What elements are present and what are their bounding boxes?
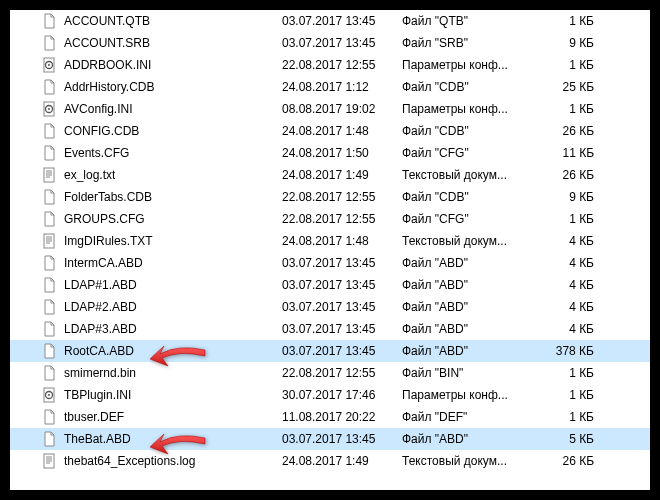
file-name-cell[interactable]: TBPlugin.INI [42, 387, 282, 403]
file-name-cell[interactable]: LDAP#1.ABD [42, 277, 282, 293]
file-name-label: AVConfig.INI [64, 102, 132, 116]
file-name-label: LDAP#2.ABD [64, 300, 137, 314]
table-row[interactable]: CONFIG.CDB24.08.2017 1:48Файл "CDB"26 КБ [10, 120, 650, 142]
file-name-cell[interactable]: ImgDIRules.TXT [42, 233, 282, 249]
table-row[interactable]: IntermCA.ABD03.07.2017 13:45Файл "ABD"4 … [10, 252, 650, 274]
table-row[interactable]: LDAP#2.ABD03.07.2017 13:45Файл "ABD"4 КБ [10, 296, 650, 318]
file-name-cell[interactable]: ACCOUNT.QTB [42, 13, 282, 29]
table-row[interactable]: ex_log.txt24.08.2017 1:49Текстовый докум… [10, 164, 650, 186]
file-size-cell: 26 КБ [542, 168, 602, 182]
file-name-label: ADDRBOOK.INI [64, 58, 151, 72]
file-name-cell[interactable]: TheBat.ABD [42, 431, 282, 447]
file-name-cell[interactable]: smimernd.bin [42, 365, 282, 381]
file-name-label: Events.CFG [64, 146, 129, 160]
table-row[interactable]: Events.CFG24.08.2017 1:50Файл "CFG"11 КБ [10, 142, 650, 164]
file-date-cell: 03.07.2017 13:45 [282, 256, 402, 270]
file-date-cell: 30.07.2017 17:46 [282, 388, 402, 402]
file-name-label: LDAP#3.ABD [64, 322, 137, 336]
file-date-cell: 03.07.2017 13:45 [282, 36, 402, 50]
table-row[interactable]: thebat64_Exceptions.log24.08.2017 1:49Те… [10, 450, 650, 472]
file-size-cell: 5 КБ [542, 432, 602, 446]
file-name-cell[interactable]: FolderTabs.CDB [42, 189, 282, 205]
file-name-cell[interactable]: IntermCA.ABD [42, 255, 282, 271]
table-row[interactable]: FolderTabs.CDB22.08.2017 12:55Файл "CDB"… [10, 186, 650, 208]
file-name-cell[interactable]: ACCOUNT.SRB [42, 35, 282, 51]
file-type-cell: Параметры конф... [402, 102, 542, 116]
file-name-label: ACCOUNT.QTB [64, 14, 150, 28]
file-icon [42, 35, 58, 51]
file-date-cell: 24.08.2017 1:50 [282, 146, 402, 160]
ini-icon [42, 57, 58, 73]
file-type-cell: Файл "QTB" [402, 14, 542, 28]
file-size-cell: 4 КБ [542, 256, 602, 270]
table-row[interactable]: LDAP#1.ABD03.07.2017 13:45Файл "ABD"4 КБ [10, 274, 650, 296]
file-size-cell: 4 КБ [542, 234, 602, 248]
file-name-cell[interactable]: thebat64_Exceptions.log [42, 453, 282, 469]
file-name-cell[interactable]: RootCA.ABD [42, 343, 282, 359]
file-size-cell: 1 КБ [542, 212, 602, 226]
file-date-cell: 22.08.2017 12:55 [282, 190, 402, 204]
table-row[interactable]: RootCA.ABD03.07.2017 13:45Файл "ABD"378 … [10, 340, 650, 362]
txt-icon [42, 233, 58, 249]
table-row[interactable]: smimernd.bin22.08.2017 12:55Файл "BIN"1 … [10, 362, 650, 384]
file-type-cell: Параметры конф... [402, 388, 542, 402]
file-size-cell: 1 КБ [542, 366, 602, 380]
file-date-cell: 03.07.2017 13:45 [282, 300, 402, 314]
svg-point-2 [48, 64, 50, 66]
table-row[interactable]: AddrHistory.CDB24.08.2017 1:12Файл "CDB"… [10, 76, 650, 98]
file-type-cell: Файл "CDB" [402, 124, 542, 138]
file-name-cell[interactable]: GROUPS.CFG [42, 211, 282, 227]
file-type-cell: Текстовый докум... [402, 454, 542, 468]
file-date-cell: 24.08.2017 1:48 [282, 234, 402, 248]
file-size-cell: 11 КБ [542, 146, 602, 160]
table-row[interactable]: ACCOUNT.QTB03.07.2017 13:45Файл "QTB"1 К… [10, 10, 650, 32]
file-name-cell[interactable]: Events.CFG [42, 145, 282, 161]
table-row[interactable]: ACCOUNT.SRB03.07.2017 13:45Файл "SRB"9 К… [10, 32, 650, 54]
file-type-cell: Файл "ABD" [402, 344, 542, 358]
table-row[interactable]: ImgDIRules.TXT24.08.2017 1:48Текстовый д… [10, 230, 650, 252]
table-row[interactable]: tbuser.DEF11.08.2017 20:22Файл "DEF"1 КБ [10, 406, 650, 428]
file-name-label: tbuser.DEF [64, 410, 124, 424]
file-size-cell: 26 КБ [542, 454, 602, 468]
file-date-cell: 08.08.2017 19:02 [282, 102, 402, 116]
file-icon [42, 255, 58, 271]
file-name-label: ACCOUNT.SRB [64, 36, 150, 50]
table-row[interactable]: GROUPS.CFG22.08.2017 12:55Файл "CFG"1 КБ [10, 208, 650, 230]
file-name-cell[interactable]: ex_log.txt [42, 167, 282, 183]
file-name-cell[interactable]: tbuser.DEF [42, 409, 282, 425]
file-name-label: RootCA.ABD [64, 344, 134, 358]
file-icon [42, 343, 58, 359]
table-row[interactable]: AVConfig.INI08.08.2017 19:02Параметры ко… [10, 98, 650, 120]
file-list[interactable]: ACCOUNT.QTB03.07.2017 13:45Файл "QTB"1 К… [10, 10, 650, 490]
file-name-cell[interactable]: AddrHistory.CDB [42, 79, 282, 95]
file-date-cell: 03.07.2017 13:45 [282, 344, 402, 358]
file-size-cell: 9 КБ [542, 190, 602, 204]
table-row[interactable]: TheBat.ABD03.07.2017 13:45Файл "ABD"5 КБ [10, 428, 650, 450]
file-name-cell[interactable]: ADDRBOOK.INI [42, 57, 282, 73]
file-name-cell[interactable]: LDAP#2.ABD [42, 299, 282, 315]
file-type-cell: Файл "ABD" [402, 432, 542, 446]
svg-point-18 [48, 394, 50, 396]
file-date-cell: 03.07.2017 13:45 [282, 432, 402, 446]
file-name-label: FolderTabs.CDB [64, 190, 152, 204]
file-name-cell[interactable]: AVConfig.INI [42, 101, 282, 117]
file-size-cell: 25 КБ [542, 80, 602, 94]
file-date-cell: 03.07.2017 13:45 [282, 278, 402, 292]
file-date-cell: 24.08.2017 1:12 [282, 80, 402, 94]
file-icon [42, 211, 58, 227]
table-row[interactable]: TBPlugin.INI30.07.2017 17:46Параметры ко… [10, 384, 650, 406]
file-type-cell: Файл "ABD" [402, 300, 542, 314]
file-name-cell[interactable]: CONFIG.CDB [42, 123, 282, 139]
file-size-cell: 1 КБ [542, 410, 602, 424]
table-row[interactable]: LDAP#3.ABD03.07.2017 13:45Файл "ABD"4 КБ [10, 318, 650, 340]
file-icon [42, 365, 58, 381]
file-icon [42, 13, 58, 29]
ini-icon [42, 101, 58, 117]
file-type-cell: Файл "ABD" [402, 278, 542, 292]
file-icon [42, 431, 58, 447]
file-name-cell[interactable]: LDAP#3.ABD [42, 321, 282, 337]
file-type-cell: Файл "DEF" [402, 410, 542, 424]
file-size-cell: 1 КБ [542, 14, 602, 28]
file-date-cell: 11.08.2017 20:22 [282, 410, 402, 424]
table-row[interactable]: ADDRBOOK.INI22.08.2017 12:55Параметры ко… [10, 54, 650, 76]
